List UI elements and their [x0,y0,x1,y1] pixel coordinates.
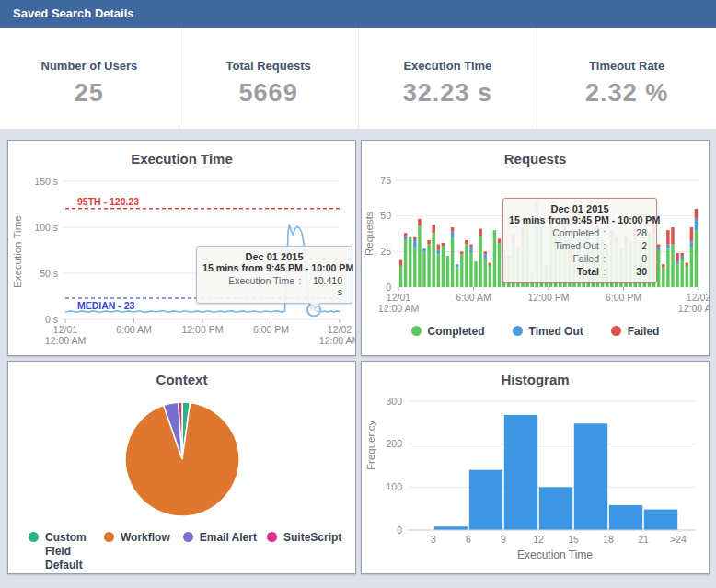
bar-segment-failed[interactable] [666,230,669,244]
bar-segment-completed[interactable] [686,266,688,287]
bar-segment-timedout[interactable] [695,219,698,230]
bar-segment-timedout[interactable] [451,232,454,237]
x-axis-tick-label: >24 [670,534,687,545]
bar-segment-failed[interactable] [437,245,440,250]
context-panel: Context Custom Field DefaultWorkflowEmai… [7,361,356,574]
histogram-bar[interactable] [434,526,468,530]
legend-item-custom-field-default[interactable]: Custom Field Default [29,531,104,572]
bar-segment-failed[interactable] [460,251,463,254]
bar-segment-timedout[interactable] [484,254,487,259]
bar-segment-completed[interactable] [469,253,472,287]
bar-segment-failed[interactable] [451,227,454,232]
bar-segment-timedout[interactable] [680,256,683,259]
bar-segment-failed[interactable] [484,251,487,254]
bar-segment-completed[interactable] [437,254,440,287]
bar-segment-completed[interactable] [484,259,487,287]
histogram-bar[interactable] [539,487,572,530]
bar-segment-timedout[interactable] [404,237,407,240]
bar-segment-failed[interactable] [680,253,683,256]
bar-segment-completed[interactable] [404,240,407,287]
histogram-bar[interactable] [609,505,642,530]
bar-segment-completed[interactable] [489,266,491,287]
bar-segment-completed[interactable] [456,267,458,287]
context-pie-chart[interactable] [8,389,355,529]
bar-segment-timedout[interactable] [413,240,416,248]
bar-segment-failed[interactable] [442,243,445,246]
bar-segment-completed[interactable] [442,246,445,287]
legend-label: Timed Out [529,325,583,339]
histogram-bar[interactable] [469,470,502,530]
histogram-bar[interactable] [504,415,537,530]
bar-segment-failed[interactable] [413,237,416,240]
bar-segment-completed[interactable] [671,245,674,287]
bar-segment-timedout[interactable] [666,245,669,249]
legend-item-failed[interactable]: Failed [611,325,660,339]
bar-segment-failed[interactable] [427,240,430,245]
bar-segment-failed[interactable] [465,240,468,245]
bar-segment-failed[interactable] [432,225,434,233]
legend-item-suitescript[interactable]: SuiteScript [267,531,342,572]
bar-segment-completed[interactable] [460,254,463,287]
bar-segment-timedout[interactable] [456,264,458,267]
bar-segment-failed[interactable] [676,253,678,261]
bar-segment-failed[interactable] [690,227,693,241]
bar-segment-timedout[interactable] [690,242,693,248]
bar-segment-failed[interactable] [695,209,698,219]
kpi-value: 32.23 s [359,79,537,108]
bar-segment-completed[interactable] [422,251,425,287]
bar-segment-timedout[interactable] [657,248,660,250]
bar-segment-failed[interactable] [498,238,501,243]
bar-segment-failed[interactable] [671,227,674,245]
bar-segment-timedout[interactable] [437,250,440,255]
bar-segment-timedout[interactable] [676,261,678,264]
x-axis-title: Execution Time [517,548,593,561]
bar-segment-completed[interactable] [479,236,481,287]
tooltip-row: Completed:28 [509,227,651,238]
y-axis-tick-label: 25 [380,246,391,257]
legend-item-timed-out[interactable]: Timed Out [513,325,583,339]
legend-item-email-alert[interactable]: Email Alert [183,531,267,572]
bar-segment-completed[interactable] [418,225,421,287]
bar-segment-failed[interactable] [662,264,664,267]
bar-segment-failed[interactable] [686,263,688,266]
execution-time-chart-title: Execution Time [8,151,355,167]
histogram-bar[interactable] [574,423,607,530]
legend-item-workflow[interactable]: Workflow [104,531,183,572]
bar-segment-failed[interactable] [399,260,402,266]
bar-segment-timedout[interactable] [422,248,425,251]
bar-segment-completed[interactable] [409,237,411,287]
bar-segment-completed[interactable] [493,230,496,287]
kpi-total-requests: Total Requests 5669 [179,28,358,129]
legend-dot [29,532,39,542]
bar-segment-completed[interactable] [413,248,416,287]
bar-segment-failed[interactable] [479,229,481,236]
bar-segment-completed[interactable] [465,245,468,287]
histogram-bar[interactable] [644,510,677,530]
tooltip-date: Dec 01 2015 [202,251,346,262]
bar-segment-completed[interactable] [676,264,678,287]
bar-segment-completed[interactable] [432,233,434,287]
bar-segment-failed[interactable] [418,219,421,226]
x-axis-tick-label: 6:00 PM [606,292,641,303]
bar-segment-completed[interactable] [690,248,693,287]
bar-segment-failed[interactable] [489,263,491,266]
bar-segment-completed[interactable] [657,250,660,287]
bar-segment-failed[interactable] [657,245,660,248]
bar-segment-failed[interactable] [469,245,472,248]
bar-segment-completed[interactable] [680,259,683,287]
bar-segment-completed[interactable] [451,237,454,287]
bar-segment-completed[interactable] [666,248,669,287]
bar-segment-timedout[interactable] [469,248,472,253]
x-axis-tick-label: 12:00 PM [528,292,570,303]
bar-segment-completed[interactable] [662,267,664,287]
bar-segment-completed[interactable] [498,243,501,287]
legend-item-completed[interactable]: Completed [411,325,485,339]
bar-segment-completed[interactable] [399,266,402,287]
legend-label: Workflow [121,531,170,545]
bar-segment-completed[interactable] [427,245,430,287]
bar-segment-failed[interactable] [404,233,407,237]
bar-segment-completed[interactable] [446,256,449,287]
bar-segment-completed[interactable] [695,230,698,287]
bar-segment-completed[interactable] [474,261,477,287]
histogram-bar-chart[interactable]: 3002001000Frequency36912151821>24Executi… [362,389,709,569]
